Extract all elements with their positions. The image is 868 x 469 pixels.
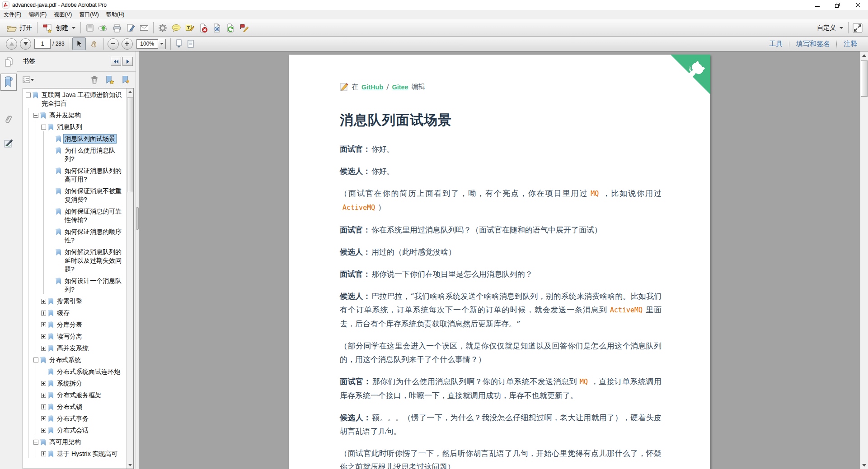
bookmark-label[interactable]: 为什么使用消息队列? [64, 146, 126, 163]
save-button[interactable] [83, 22, 97, 34]
close-button[interactable] [848, 0, 868, 10]
github-link[interactable]: GitHub [361, 84, 383, 91]
single-page-button[interactable] [185, 38, 197, 49]
zoom-dropdown-button[interactable] [158, 39, 166, 49]
text-note-button[interactable] [183, 22, 197, 34]
restore-button[interactable] [827, 0, 848, 10]
bookmark-tree-item[interactable]: 高并发架构 [23, 111, 126, 120]
previous-page-button[interactable] [6, 38, 17, 50]
scrollbar-thumb[interactable] [127, 98, 133, 192]
bookmark-label[interactable]: 基于 Hystrix 实现高可 [56, 450, 119, 458]
expand-node-icon[interactable] [41, 393, 46, 398]
gitee-link[interactable]: Gitee [392, 84, 408, 91]
bookmark-label[interactable]: 如何保证消息的顺序性? [64, 228, 126, 245]
bookmark-tree-item[interactable]: 如何保证消息队列的高可用? [23, 167, 126, 184]
collapse-node-icon[interactable] [26, 93, 31, 98]
bookmark-tree-item[interactable]: 为什么使用消息队列? [23, 146, 126, 163]
bookmark-tree-item[interactable]: 读写分离 [23, 332, 126, 341]
collapse-panel-button[interactable] [111, 57, 121, 66]
bookmark-label[interactable]: 分库分表 [56, 320, 83, 329]
bookmark-tree-item[interactable]: 分布式服务框架 [23, 391, 126, 399]
zoom-level-value[interactable]: 100% [136, 39, 158, 49]
bookmark-label[interactable]: 消息队列 [56, 123, 83, 131]
email-button[interactable] [137, 22, 151, 34]
bookmark-label[interactable]: 高可用架构 [48, 438, 82, 446]
expand-node-icon[interactable] [41, 346, 46, 351]
bookmark-label[interactable]: 消息队列面试场景 [64, 135, 116, 143]
menu-item[interactable]: 窗口(W) [75, 10, 102, 19]
zoom-out-button[interactable] [108, 38, 119, 50]
open-button[interactable]: 打开 [4, 22, 35, 34]
fill-sign-button[interactable] [124, 22, 137, 34]
collapse-node-icon[interactable] [33, 440, 38, 445]
bookmark-label[interactable]: 分布式会话 [56, 426, 89, 435]
delete-bookmark-button[interactable] [90, 75, 99, 84]
bookmark-tree-item[interactable]: 互联网 Java 工程师进阶知识完全扫盲 [23, 91, 126, 108]
expand-node-icon[interactable] [41, 334, 46, 339]
comment-button[interactable] [169, 22, 183, 34]
expand-node-icon[interactable] [41, 451, 46, 456]
bookmark-label[interactable]: 高并发架构 [48, 111, 82, 120]
scrollbar-thumb[interactable] [861, 60, 868, 97]
bookmark-label[interactable]: 分布式系统 [48, 356, 82, 364]
edit-flag-button[interactable] [237, 22, 251, 34]
bookmark-tree-item[interactable]: 分库分表 [23, 320, 126, 329]
splitter-grip[interactable] [136, 207, 139, 230]
bookmark-tree-item[interactable]: 消息队列面试场景 [23, 135, 126, 143]
bookmark-label[interactable]: 读写分离 [56, 332, 83, 341]
bookmarks-options-button[interactable] [23, 76, 34, 84]
create-button[interactable]: 创建 [40, 22, 78, 34]
expand-node-icon[interactable] [41, 416, 46, 421]
bookmark-label[interactable]: 缓存 [56, 309, 70, 317]
next-page-button[interactable] [20, 38, 31, 50]
bookmark-tree-item[interactable]: 分布式会话 [23, 426, 126, 435]
preferences-button[interactable] [156, 22, 169, 34]
expand-panel-button[interactable] [122, 57, 133, 66]
customize-button[interactable]: 自定义 [814, 23, 846, 33]
collapse-node-icon[interactable] [33, 358, 38, 362]
bookmark-label[interactable]: 如何保证消息不被重复消费? [64, 187, 126, 204]
goto-bookmark-button[interactable] [121, 75, 131, 85]
bookmark-tree-item[interactable]: 分布式锁 [23, 403, 126, 411]
bookmark-tree-item[interactable]: 分布式系统面试连环炮 [23, 367, 126, 376]
bookmark-label[interactable]: 分布式服务框架 [56, 391, 102, 399]
bookmark-tree-item[interactable]: 搜索引擎 [23, 297, 126, 306]
expand-node-icon[interactable] [41, 381, 46, 386]
document-canvas[interactable]: 在 GitHub / Gitee 编辑 消息队列面试场景 面试官：你好。候选人：… [139, 51, 868, 469]
bookmark-tree-item[interactable]: 系统拆分 [23, 379, 126, 388]
page-number-input[interactable] [34, 39, 51, 49]
bookmark-label[interactable]: 如何保证消息的可靠性传输? [64, 207, 126, 224]
bookmarks-tab[interactable] [0, 74, 17, 91]
bookmark-label[interactable]: 互联网 Java 工程师进阶知识完全扫盲 [41, 91, 126, 108]
expand-toolbar-button[interactable] [851, 22, 864, 34]
bookmark-tree-item[interactable]: 如何设计一个消息队列? [23, 277, 126, 294]
bookmarks-scrollbar[interactable] [126, 88, 133, 469]
bookmark-label[interactable]: 分布式事务 [56, 414, 89, 423]
scroll-down-button[interactable] [127, 462, 133, 469]
collapse-node-icon[interactable] [33, 113, 38, 118]
bookmark-tree-item[interactable]: 如何解决消息队列的延时以及过期失效问题? [23, 248, 126, 274]
bookmark-tree-item[interactable]: 如何保证消息的可靠性传输? [23, 207, 126, 224]
bookmark-tree-item[interactable]: 如何保证消息不被重复消费? [23, 187, 126, 204]
scroll-down-button[interactable] [860, 461, 868, 469]
menu-item[interactable]: 视图(V) [50, 10, 75, 19]
export-pdf-button[interactable] [224, 22, 237, 34]
attachments-tab[interactable] [0, 111, 17, 128]
menu-item[interactable]: 编辑(E) [25, 10, 50, 19]
menu-item[interactable]: 帮助(H) [103, 10, 128, 19]
task-pane-tab[interactable]: 填写和签名 [790, 40, 836, 48]
print-button[interactable] [110, 22, 124, 34]
bookmark-label[interactable]: 搜索引擎 [56, 297, 83, 306]
menu-item[interactable]: 文件(F) [0, 10, 25, 19]
scrolling-mode-button[interactable] [173, 38, 185, 49]
bookmark-label[interactable]: 如何设计一个消息队列? [64, 277, 126, 294]
expand-node-icon[interactable] [41, 311, 46, 316]
new-bookmark-button[interactable] [105, 75, 115, 85]
expand-node-icon[interactable] [41, 428, 46, 433]
share-cloud-button[interactable] [97, 22, 110, 34]
expand-node-icon[interactable] [41, 299, 46, 304]
select-tool-button[interactable] [72, 37, 86, 50]
collapse-node-icon[interactable] [41, 125, 46, 130]
bookmark-tree-item[interactable]: 高并发系统 [23, 344, 126, 353]
bookmark-tree-item[interactable]: 缓存 [23, 309, 126, 317]
